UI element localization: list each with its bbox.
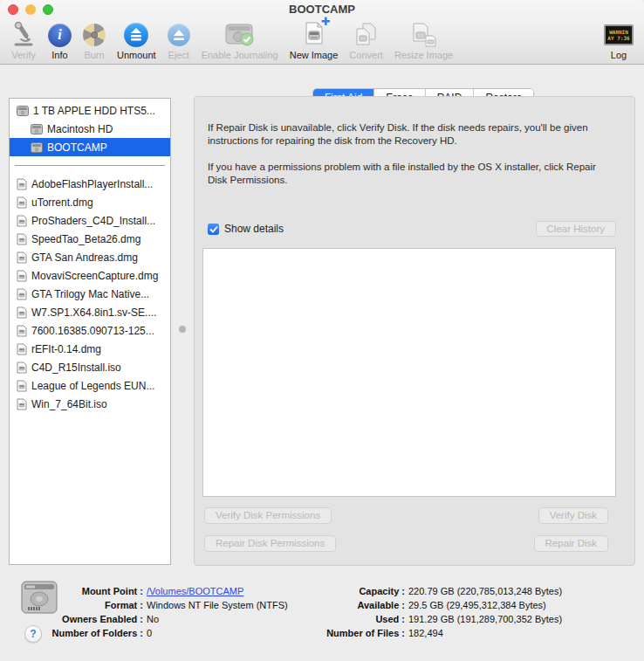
show-details-checkbox[interactable]: Show details: [208, 223, 284, 235]
sidebar-item-label: MovaviScreenCapture.dmg: [31, 270, 158, 282]
toolbar-button-unmount[interactable]: Unmount: [117, 20, 156, 64]
disk-image-icon: [17, 178, 27, 190]
info-label: Capacity :: [321, 584, 405, 598]
volume-info-right: Capacity :220.79 GB (220,785,013,248 Byt…: [321, 584, 562, 640]
minimize-button[interactable]: [25, 4, 36, 15]
info-row-owners-enabled: Owners Enabled :No: [40, 612, 288, 626]
clear-history-button[interactable]: Clear History: [536, 221, 616, 237]
new-image-icon: ✚: [304, 20, 325, 50]
sidebar-item-win-7-64bit-iso[interactable]: Win_7_64Bit.iso: [10, 395, 170, 413]
disk-utility-window: BOOTCAMP VerifyiInfoBurnUnmountEjectEnab…: [0, 0, 644, 661]
toolbar-label: Log: [611, 50, 627, 61]
toolbar-button-eject[interactable]: Eject: [168, 20, 190, 64]
sidebar-item-macintosh-hd[interactable]: Macintosh HD: [10, 120, 170, 138]
info-label: Number of Files :: [321, 626, 405, 640]
log-icon: WARNINAY 7:36: [604, 20, 634, 50]
sidebar-item-refit-0-14-dmg[interactable]: rEFIt-0.14.dmg: [10, 340, 170, 358]
toolbar-button-resize-image[interactable]: Resize Image: [394, 20, 453, 64]
sidebar-item-label: BOOTCAMP: [47, 141, 107, 154]
sidebar-item-label: 7600.16385.090713-125...: [31, 325, 154, 337]
repair-disk-button[interactable]: Repair Disk: [534, 535, 608, 552]
sidebar-item-proshaders-c4d-install[interactable]: ProShaders_C4D_Install...: [10, 211, 170, 230]
toolbar-button-info[interactable]: iInfo: [48, 20, 72, 64]
info-value: 0: [147, 628, 152, 638]
sidebar-item-speedtao-beta26-dmg[interactable]: SpeedTao_Beta26.dmg: [10, 230, 170, 248]
sidebar-item-7600-16385-090713-125[interactable]: 7600.16385.090713-125...: [10, 321, 170, 340]
toolbar-button-log[interactable]: WARNINAY 7:36Log: [604, 20, 634, 64]
sidebar-divider: [10, 156, 170, 175]
toolbar-button-burn[interactable]: Burn: [83, 20, 106, 64]
journal-icon: [224, 20, 256, 50]
toolbar-label: Burn: [84, 50, 104, 61]
details-controls-row: Show details Clear History: [208, 221, 616, 237]
info-label: Number of Folders :: [40, 626, 143, 640]
toolbar-label: Unmount: [117, 50, 156, 61]
mount-point-link[interactable]: /Volumes/BOOTCAMP: [147, 586, 243, 596]
toolbar-label: Info: [51, 50, 67, 61]
verify-disk-button[interactable]: Verify Disk: [538, 507, 608, 524]
sidebar-item-label: C4D_R15Install.iso: [31, 361, 121, 374]
info-row-number-of-folders: Number of Folders :0: [40, 626, 288, 640]
sidebar-item-label: ProShaders_C4D_Install...: [31, 215, 155, 227]
sidebar-item-label: Win_7_64Bit.iso: [31, 398, 107, 410]
volume-info-footer: ? Mount Point :/Volumes/BOOTCAMPFormat :…: [0, 572, 644, 661]
sidebar-item-label: League of Legends EUN...: [31, 380, 154, 392]
main-content: 1 TB APPLE HDD HTS5...Macintosh HDBOOTCA…: [0, 65, 644, 572]
sidebar-item-label: uTorrent.dmg: [31, 196, 93, 209]
sidebar-item-label: Macintosh HD: [47, 123, 113, 135]
repair-disk-permissions-button[interactable]: Repair Disk Permissions: [204, 535, 336, 552]
sidebar-item-utorrent-dmg[interactable]: uTorrent.dmg: [10, 193, 170, 211]
disk-image-icon: [17, 325, 27, 337]
sidebar-item-label: rEFIt-0.14.dmg: [31, 343, 101, 355]
disk-image-icon: [17, 288, 27, 300]
info-value: Windows NT File System (NTFS): [147, 600, 288, 610]
zoom-button[interactable]: [43, 4, 53, 15]
disk-image-icon: [17, 196, 27, 209]
help-button[interactable]: ?: [24, 625, 42, 643]
info-value: 29.5 GB (29,495,312,384 Bytes): [408, 600, 546, 610]
toolbar-label: Verify: [11, 50, 36, 61]
sidebar-item-label: W7.SP1.X64.8in1.sv-SE....: [31, 306, 156, 319]
verify-disk-permissions-button[interactable]: Verify Disk Permissions: [204, 507, 332, 524]
sidebar-item-adobeflashplayerinstall[interactable]: AdobeFlashPlayerInstall...: [10, 175, 170, 193]
toolbar-button-verify[interactable]: Verify: [10, 20, 37, 64]
info-label: Format :: [40, 598, 143, 612]
microscope-icon: [10, 20, 37, 50]
sidebar-item-1-tb-apple-hdd-hts5[interactable]: 1 TB APPLE HDD HTS5...: [10, 101, 170, 120]
sidebar-item-c4d-r15install-iso[interactable]: C4D_R15Install.iso: [10, 358, 170, 376]
convert-icon: [354, 20, 379, 50]
toolbar-label: Convert: [349, 50, 383, 61]
disk-image-icon: [17, 306, 27, 319]
sidebar-item-gta-san-andreas-dmg[interactable]: GTA San Andreas.dmg: [10, 248, 170, 266]
sidebar-item-league-of-legends-eun[interactable]: League of Legends EUN...: [10, 376, 170, 395]
info-icon: i: [48, 20, 72, 50]
toolbar-button-new-image[interactable]: ✚New Image: [290, 20, 339, 64]
sidebar-item-movaviscreencapture-dmg[interactable]: MovaviScreenCapture.dmg: [10, 266, 170, 285]
sidebar-item-bootcamp[interactable]: BOOTCAMP: [10, 138, 170, 156]
show-details-label: Show details: [224, 223, 284, 235]
disk-image-icon: [17, 380, 27, 392]
pane-divider-handle[interactable]: [179, 326, 186, 333]
info-value: No: [147, 614, 159, 624]
info-label: Owners Enabled :: [40, 612, 143, 626]
sidebar-item-gta-trilogy-mac-native[interactable]: GTA Trilogy Mac Native...: [10, 285, 170, 303]
info-value: 220.79 GB (220,785,013,248 Bytes): [408, 586, 562, 596]
disk-icon: [17, 106, 29, 116]
sidebar-item-w7-sp1-x64-8in1-sv-se[interactable]: W7.SP1.X64.8in1.sv-SE....: [10, 303, 170, 321]
disk-image-icon: [17, 270, 27, 282]
info-value: 182,494: [408, 628, 443, 638]
toolbar-button-convert[interactable]: Convert: [349, 20, 383, 64]
disk-image-icon: [17, 398, 27, 410]
sidebar-item-label: 1 TB APPLE HDD HTS5...: [33, 105, 155, 117]
toolbar: VerifyiInfoBurnUnmountEjectEnable Journa…: [0, 19, 644, 65]
first-aid-description-2: If you have a permissions problem with a…: [208, 161, 615, 187]
info-label: Available :: [321, 598, 405, 612]
sidebar-item-label: SpeedTao_Beta26.dmg: [31, 233, 140, 245]
info-row-format: Format :Windows NT File System (NTFS): [40, 598, 288, 612]
disk-image-icon: [17, 215, 27, 227]
toolbar-label: New Image: [290, 50, 339, 61]
close-button[interactable]: [8, 4, 18, 15]
disk-icon: [31, 124, 43, 134]
toolbar-button-enable-journaling[interactable]: Enable Journaling: [202, 20, 278, 64]
sidebar-device-list: 1 TB APPLE HDD HTS5...Macintosh HDBOOTCA…: [9, 98, 171, 565]
